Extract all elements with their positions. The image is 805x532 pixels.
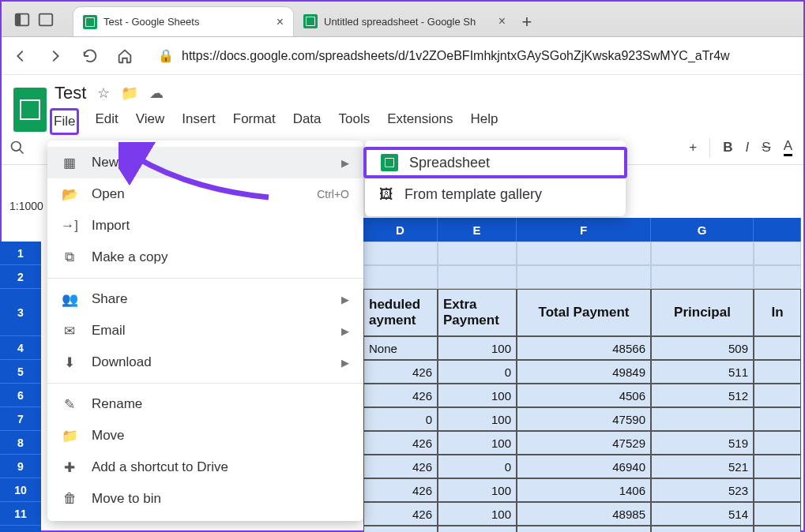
new-submenu: Spreadsheet 🖼 From template gallery [365, 140, 626, 216]
grid-icon: ▦ [62, 155, 77, 171]
file-menu-dropdown: ▦ New ▶ 📂 Open Ctrl+O →] Import ⧉ Make a… [47, 140, 363, 521]
row-header[interactable]: 10 [0, 478, 41, 502]
sheets-icon [381, 154, 398, 171]
row-header[interactable]: 7 [0, 407, 41, 431]
svg-rect-1 [16, 14, 21, 26]
sidebar-icon[interactable] [13, 11, 31, 28]
address-bar[interactable]: 🔒 https://docs.google.com/spreadsheets/d… [150, 48, 794, 63]
star-icon[interactable]: ☆ [97, 84, 110, 102]
share-icon: 👥 [62, 291, 77, 308]
row-header[interactable]: 12 [0, 526, 41, 532]
menu-item-email[interactable]: ✉ Email ▶ [47, 315, 363, 347]
template-icon: 🖼 [379, 186, 393, 203]
menu-item-rename[interactable]: ✎ Rename [47, 388, 363, 420]
row-header[interactable]: 3 [0, 289, 41, 336]
shortcut-icon: ✚ [62, 459, 77, 476]
menu-label: New [92, 155, 118, 170]
menu-label: Import [92, 218, 130, 234]
italic-button[interactable]: I [746, 140, 750, 155]
cells[interactable]: heduled aymentExtra PaymentTotal Payment… [363, 242, 805, 532]
row-header[interactable]: 9 [0, 455, 41, 478]
home-button[interactable] [115, 47, 134, 66]
separator [709, 138, 710, 157]
browser-tab-active[interactable]: Test - Google Sheets × [73, 6, 294, 36]
trash-icon: 🗑 [62, 491, 77, 507]
menu-item-bin[interactable]: 🗑 Move to bin [47, 483, 363, 515]
col-header-d[interactable]: D [363, 218, 438, 242]
insert-button[interactable]: + [689, 140, 697, 155]
tab-title: Untitled spreadsheet - Google Sh [324, 16, 476, 28]
name-box[interactable]: 1:1000 [5, 197, 48, 215]
menu-item-copy[interactable]: ⧉ Make a copy [47, 242, 363, 273]
import-icon: →] [62, 218, 77, 234]
row-header[interactable]: 6 [0, 384, 41, 407]
row-header[interactable]: 2 [0, 265, 41, 289]
shortcut: Ctrl+O [317, 188, 349, 200]
search-icon[interactable] [2, 140, 33, 155]
chevron-right-icon: ▶ [341, 294, 349, 305]
separator [47, 278, 363, 279]
col-header-g[interactable]: G [651, 218, 754, 242]
menu-label: Add a shortcut to Drive [92, 459, 228, 475]
menu-label: Open [92, 186, 125, 202]
email-icon: ✉ [62, 323, 77, 339]
download-icon: ⬇ [62, 354, 77, 371]
menu-item-share[interactable]: 👥 Share ▶ [47, 283, 363, 315]
svg-point-3 [12, 141, 21, 151]
row-header[interactable]: 8 [0, 431, 41, 455]
sheets-icon [303, 14, 318, 28]
menu-label: Share [92, 291, 127, 307]
row-headers: 1 2 3 4 5 6 7 8 9 10 11 12 [0, 242, 41, 532]
bold-button[interactable]: B [723, 140, 732, 155]
new-tab-button[interactable]: + [515, 8, 539, 36]
sheets-logo-icon[interactable] [13, 88, 47, 132]
browser-tab-strip: Test - Google Sheets × Untitled spreadsh… [2, 2, 803, 37]
submenu-spreadsheet[interactable]: Spreadsheet [363, 147, 627, 178]
menu-item-download[interactable]: ⬇ Download ▶ [47, 347, 363, 378]
row-header[interactable]: 11 [0, 502, 41, 526]
back-button[interactable] [11, 47, 30, 66]
menu-item-shortcut[interactable]: ✚ Add a shortcut to Drive [47, 451, 363, 483]
column-headers: D E F G [363, 218, 801, 242]
menu-label: Make a copy [92, 249, 167, 265]
cloud-icon[interactable]: ☁ [149, 84, 164, 102]
col-header-h[interactable] [754, 218, 801, 242]
menu-label: Move to bin [92, 491, 161, 507]
col-header-f[interactable]: F [517, 218, 651, 242]
row-header[interactable]: 4 [0, 336, 41, 360]
close-icon[interactable]: × [498, 14, 506, 28]
menu-item-open[interactable]: 📂 Open Ctrl+O [47, 178, 363, 210]
col-header-e[interactable]: E [438, 218, 517, 242]
submenu-template[interactable]: 🖼 From template gallery [365, 178, 626, 210]
separator [47, 383, 363, 384]
doc-title[interactable]: Test [55, 83, 86, 103]
submenu-label: Spreadsheet [409, 155, 490, 171]
menu-label: Move [92, 428, 125, 444]
panel-icon[interactable] [37, 11, 55, 28]
reload-button[interactable] [81, 47, 100, 66]
submenu-label: From template gallery [404, 186, 542, 203]
sheets-icon [83, 15, 97, 29]
row-header[interactable]: 5 [0, 360, 41, 384]
tab-title: Test - Google Sheets [103, 16, 199, 28]
move-folder-icon[interactable]: 📁 [121, 84, 138, 102]
menu-item-move[interactable]: 📁 Move [47, 420, 363, 451]
chevron-right-icon: ▶ [341, 357, 349, 369]
chevron-right-icon: ▶ [341, 157, 349, 169]
lock-icon: 🔒 [158, 48, 174, 63]
pencil-icon: ✎ [62, 396, 77, 413]
text-color-button[interactable]: A [784, 138, 792, 156]
chevron-right-icon: ▶ [341, 325, 349, 337]
forward-button[interactable] [46, 47, 65, 66]
doc-header: Test ☆ 📁 ☁ File Edit View Insert Format … [2, 75, 803, 130]
row-header[interactable]: 1 [0, 242, 41, 265]
menu-item-new[interactable]: ▦ New ▶ [47, 147, 363, 178]
copy-icon: ⧉ [62, 249, 77, 265]
menu-item-import[interactable]: →] Import [47, 210, 363, 242]
menu-label: Email [92, 323, 126, 339]
close-icon[interactable]: × [276, 15, 284, 29]
strike-button[interactable]: S [762, 140, 770, 155]
browser-tab-inactive[interactable]: Untitled spreadsheet - Google Sh × [294, 6, 515, 36]
menu-label: Rename [92, 396, 142, 412]
folder-icon: 📂 [62, 186, 77, 203]
